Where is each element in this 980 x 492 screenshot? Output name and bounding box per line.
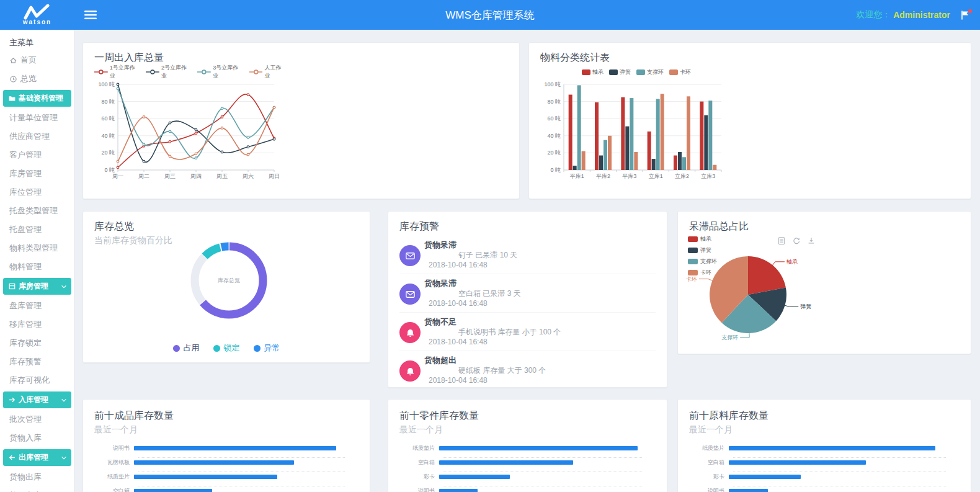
sidebar-item-overview[interactable]: 总览 bbox=[0, 69, 74, 88]
bell-icon bbox=[399, 322, 421, 343]
sidebar-item-outbound-group[interactable]: 出库管理 bbox=[3, 449, 71, 466]
sidebar-item-label: 入库管理 bbox=[19, 395, 48, 405]
sidebar-item-stocktaking-management[interactable]: 盘库管理 bbox=[0, 297, 74, 315]
sidebar-item-material-type-management[interactable]: 物料类型管理 bbox=[0, 239, 74, 257]
sidebar-item-inspection-outbound[interactable]: 检验出库 bbox=[0, 486, 74, 492]
hbar-label: 纸质垫片 bbox=[689, 444, 729, 452]
alert-item: 货物不足手机说明书 库存量 小于 100 个2018-10-04 16:48 bbox=[399, 313, 656, 351]
refresh-icon bbox=[792, 236, 801, 245]
legend-item[interactable]: 卡环 bbox=[669, 68, 691, 76]
hbar-label: 说明书 bbox=[399, 487, 439, 492]
legend-item[interactable]: 轴承 bbox=[582, 68, 604, 76]
refresh-icon[interactable] bbox=[792, 236, 801, 245]
bell-icon bbox=[399, 360, 421, 382]
sidebar-item-goods-inbound[interactable]: 货物入库 bbox=[0, 429, 74, 447]
top-parts-bar-chart: 纸质垫片空白箱彩卡说明书 bbox=[399, 444, 656, 492]
sidebar-item-warehouse-management[interactable]: 库房管理 bbox=[0, 164, 74, 183]
hbar-bar bbox=[439, 489, 478, 492]
sidebar-item-home[interactable]: 首页 bbox=[0, 51, 74, 69]
hbar-bar bbox=[134, 489, 212, 492]
sidebar-item-unit-management[interactable]: 计量单位管理 bbox=[0, 109, 74, 127]
alert-desc: 空白箱 已呆滞 3 天 bbox=[424, 288, 521, 298]
flag-icon[interactable] bbox=[960, 11, 970, 20]
sidebar-item-batch-management[interactable]: 批次管理 bbox=[0, 410, 74, 429]
download-icon[interactable] bbox=[807, 236, 816, 245]
svg-text:支撑环: 支撑环 bbox=[721, 334, 738, 341]
sidebar-item-inventory-visualization[interactable]: 库存可视化 bbox=[0, 371, 74, 390]
sidebar-item-inventory-warning[interactable]: 库存预警 bbox=[0, 352, 74, 371]
sidebar-item-pallet-management[interactable]: 托盘管理 bbox=[0, 220, 74, 239]
sidebar-item-label: 货物入库 bbox=[9, 432, 42, 444]
username[interactable]: Administrator bbox=[893, 10, 950, 20]
weekly-chart-legend: 1号立库作业2号立库作业3号立库作业人工作业 bbox=[94, 67, 287, 77]
hbar-row: 说明书 bbox=[399, 487, 642, 492]
card-top-finished: 前十成品库存数量 最近一个月 说明书瓦楞纸板纸质垫片空白箱 bbox=[82, 399, 370, 492]
hbar-label: 空白箱 bbox=[94, 487, 134, 492]
sidebar-item-inventory-lock[interactable]: 库存锁定 bbox=[0, 334, 74, 352]
donut-legend-item[interactable]: 锁定 bbox=[213, 342, 240, 354]
hbar-row: 空白箱 bbox=[689, 458, 946, 466]
legend-line-marker bbox=[146, 69, 159, 75]
hbar-gridline bbox=[733, 480, 946, 486]
material-bar-chart: 0 吨20 吨40 吨60 吨80 吨100 吨平库1平库2平库3立库1立库2立… bbox=[540, 77, 726, 187]
hbar-track bbox=[134, 460, 345, 465]
sidebar-item-basic-data-management[interactable]: 基础资料管理 bbox=[3, 90, 71, 107]
arrow-right-icon bbox=[8, 396, 16, 404]
sidebar-item-warehouse-group[interactable]: 库房管理 bbox=[3, 278, 71, 295]
sidebar-item-location-management[interactable]: 库位管理 bbox=[0, 183, 74, 202]
weekly-line-chart: 0 吨20 吨40 吨60 吨80 吨100 吨周一周二周三周四周五周六周日 bbox=[94, 77, 280, 187]
sidebar-item-label: 首页 bbox=[20, 55, 37, 66]
hbar-label: 纸质垫片 bbox=[399, 444, 439, 452]
menu-icon[interactable] bbox=[84, 10, 97, 20]
legend-dot bbox=[254, 345, 261, 352]
hbar-bar bbox=[729, 489, 768, 492]
sidebar-item-relocation-management[interactable]: 移库管理 bbox=[0, 315, 74, 334]
hbar-row: 纸质垫片 bbox=[94, 473, 345, 480]
card-stagnant-ratio: 呆滞品总占比 轴承弹簧支撑环卡环 轴承弹簧支撑环卡环 bbox=[677, 211, 971, 354]
hbar-bar bbox=[439, 475, 510, 479]
sidebar-item-label: 托盘管理 bbox=[9, 224, 42, 235]
sidebar-item-customer-management[interactable]: 客户管理 bbox=[0, 146, 74, 164]
hbar-track bbox=[134, 475, 345, 479]
sidebar-item-label: 货物出库 bbox=[9, 472, 42, 483]
donut-legend-item[interactable]: 占用 bbox=[173, 342, 200, 354]
sidebar-item-supplier-management[interactable]: 供应商管理 bbox=[0, 127, 74, 146]
legend-swatch bbox=[688, 236, 698, 242]
data-view-icon[interactable] bbox=[777, 236, 786, 245]
legend-dot bbox=[173, 345, 180, 352]
app-header: watson WMS仓库管理系统 欢迎您： Administrator bbox=[0, 0, 980, 30]
sidebar-item-goods-outbound[interactable]: 货物出库 bbox=[0, 468, 74, 486]
hbar-track bbox=[134, 489, 345, 492]
svg-text:60 吨: 60 吨 bbox=[547, 115, 561, 122]
header-right: 欢迎您： Administrator bbox=[856, 9, 980, 20]
hbar-track bbox=[134, 446, 345, 450]
card-material-stats: 物料分类统计表 轴承弹簧支撑环卡环 0 吨20 吨40 吨60 吨80 吨100… bbox=[528, 42, 971, 199]
sidebar-item-label: 移库管理 bbox=[9, 319, 42, 330]
svg-text:轴承: 轴承 bbox=[786, 259, 798, 265]
top-finished-subtitle: 最近一个月 bbox=[94, 424, 359, 436]
sidebar-item-label: 客户管理 bbox=[9, 150, 42, 161]
alert-time: 2018-10-04 16:48 bbox=[424, 337, 561, 347]
bell-icon bbox=[405, 366, 416, 377]
svg-text:周四: 周四 bbox=[190, 173, 202, 179]
pie-legend-item[interactable]: 轴承 bbox=[688, 235, 717, 243]
legend-item[interactable]: 弹簧 bbox=[609, 68, 631, 76]
chevron-down-icon bbox=[60, 454, 68, 462]
legend-item[interactable]: 支撑环 bbox=[636, 68, 664, 76]
hbar-row: 空白箱 bbox=[399, 458, 642, 466]
legend-swatch bbox=[582, 69, 590, 75]
sidebar-item-label: 库房管理 bbox=[19, 281, 48, 292]
top-finished-title: 前十成品库存数量 bbox=[94, 409, 359, 423]
svg-text:周三: 周三 bbox=[164, 173, 176, 179]
hbar-bar bbox=[439, 460, 573, 465]
legend-line-marker bbox=[249, 69, 263, 75]
svg-text:周一: 周一 bbox=[112, 173, 123, 179]
sidebar-item-label: 库存可视化 bbox=[9, 375, 50, 386]
donut-legend-item[interactable]: 异常 bbox=[254, 342, 280, 354]
svg-text:80 吨: 80 吨 bbox=[547, 99, 561, 105]
sidebar-section-label: 主菜单 bbox=[0, 30, 74, 51]
sidebar-item-inbound-group[interactable]: 入库管理 bbox=[3, 391, 71, 408]
sidebar-item-pallet-type-management[interactable]: 托盘类型管理 bbox=[0, 202, 74, 220]
sidebar-item-material-management[interactable]: 物料管理 bbox=[0, 257, 74, 276]
svg-text:0 吨: 0 吨 bbox=[104, 167, 115, 173]
